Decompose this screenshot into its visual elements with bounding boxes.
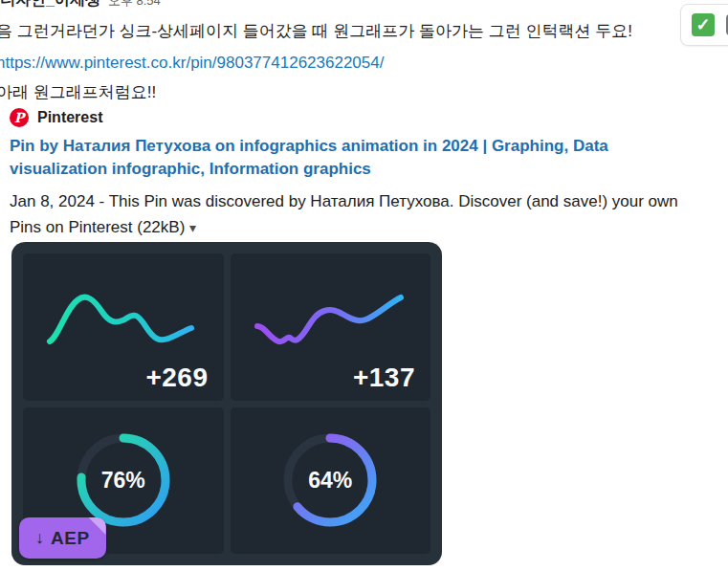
badge-fold-corner <box>89 517 106 535</box>
attachment-description: Jan 8, 2024 - This Pin was discovered by… <box>10 188 698 241</box>
pinterest-logo-icon: P <box>10 108 29 127</box>
message-header: 디자인_이제생 오후 8:54 <box>0 0 161 11</box>
attachment-service-header: P Pinterest <box>10 108 102 127</box>
donut-chart-2: 64% <box>278 428 382 532</box>
donut-chart-2-value: 64% <box>278 428 382 532</box>
aep-file-badge[interactable]: ↓ AEP <box>19 517 106 559</box>
line-chart-widget-1: +269 <box>23 253 224 401</box>
message-link-url[interactable]: https://www.pinterest.co.kr/pin/98037741… <box>0 54 384 73</box>
slack-message-view: 디자인_이제생 오후 8:54 음 그런거라던가 싱크-상세페이지 들어갔을 때… <box>0 0 728 571</box>
dashboard-grid: +269 +137 <box>23 253 430 554</box>
attachment-description-text: Jan 8, 2024 - This Pin was discovered by… <box>10 192 678 236</box>
collapse-attachment-caret-icon[interactable]: ▾ <box>189 220 196 235</box>
message-text-line2: 아래 원그래프처럼요!! <box>0 81 156 103</box>
attachment-service-name: Pinterest <box>37 109 102 126</box>
line-chart-widget-2: +137 <box>231 253 431 401</box>
line-chart-2-value: +137 <box>353 362 415 393</box>
message-actions-toolbar: ✓ <box>680 4 728 46</box>
message-text-line1: 음 그런거라던가 싱크-상세페이지 들어갔을 때 원그래프가 돌아가는 그런 인… <box>0 20 632 42</box>
line-chart-1 <box>36 271 210 359</box>
check-mark-emoji-button[interactable]: ✓ <box>692 13 715 36</box>
download-arrow-icon: ↓ <box>35 528 44 548</box>
timestamp[interactable]: 오후 8:54 <box>108 0 161 10</box>
username[interactable]: 디자인_이제생 <box>0 0 100 11</box>
aep-badge-label: AEP <box>51 528 90 549</box>
line-chart-2 <box>244 271 418 359</box>
attachment-title-link[interactable]: Pin by Наталия Петухова on infographics … <box>10 135 672 181</box>
line-chart-1-value: +269 <box>145 362 208 393</box>
donut-chart-widget-2: 64% <box>231 407 431 555</box>
